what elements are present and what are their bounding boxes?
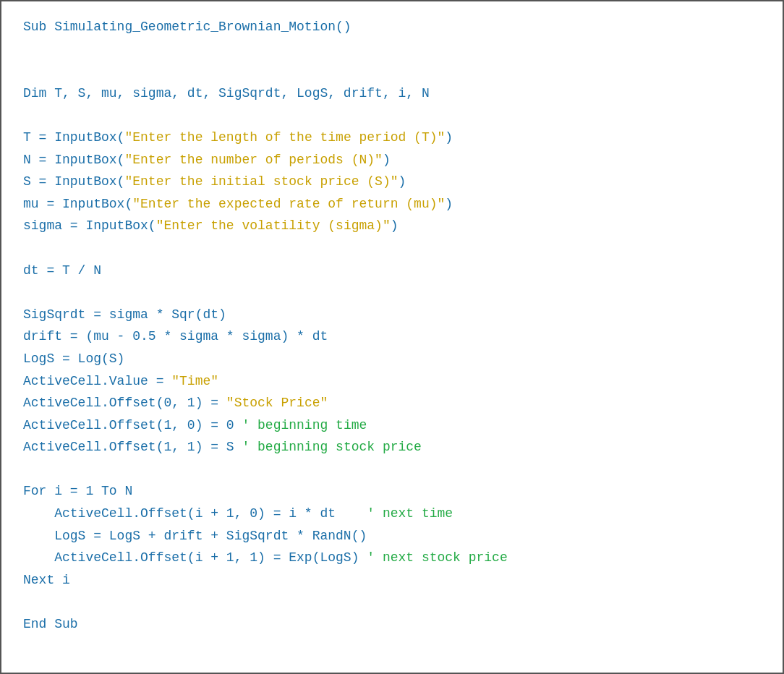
code-token-str: "Stock Price" (226, 396, 328, 410)
code-line: sigma = InputBox("Enter the volatility (… (23, 215, 761, 237)
code-line: ActiveCell.Offset(1, 1) = S ' beginning … (23, 436, 761, 458)
code-line: mu = InputBox("Enter the expected rate o… (23, 193, 761, 216)
code-container: Sub Simulating_Geometric_Brownian_Motion… (0, 0, 784, 674)
code-token-comment: ' next time (367, 506, 453, 521)
code-token-str: "Enter the volatility (sigma)" (156, 218, 391, 233)
code-line: ActiveCell.Offset(i + 1, 0) = i * dt ' n… (23, 503, 761, 525)
code-line (23, 237, 761, 260)
code-line: ActiveCell.Offset(0, 1) = "Stock Price" (23, 392, 761, 414)
code-token-kw: S = InputBox( (23, 174, 124, 189)
code-token-kw: SigSqrdt = sigma * Sqr(dt) (23, 307, 226, 322)
code-token-comment: ' next stock price (367, 550, 507, 565)
code-token-comment: ' beginning time (242, 418, 367, 432)
code-token-kw: LogS = LogS + drift + SigSqrdt * RandN() (23, 529, 367, 543)
code-token-kw: For i = 1 To N (23, 484, 132, 498)
code-token-str: "Enter the initial stock price (S)" (124, 174, 398, 189)
code-token-kw: sigma = InputBox( (23, 218, 156, 233)
code-line: Sub Simulating_Geometric_Brownian_Motion… (23, 16, 761, 38)
code-line (23, 458, 761, 481)
code-line: Dim T, S, mu, sigma, dt, SigSqrdt, LogS,… (23, 82, 761, 105)
code-line: LogS = Log(S) (23, 348, 761, 370)
code-line: SigSqrdt = sigma * Sqr(dt) (23, 304, 761, 326)
code-line: ActiveCell.Value = "Time" (23, 370, 761, 393)
code-token-kw: dt = T / N (23, 263, 101, 278)
code-token-kw: ActiveCell.Offset(i + 1, 0) = i * dt (23, 506, 367, 521)
code-line (23, 281, 761, 304)
code-token-kw: ActiveCell.Offset(0, 1) = (23, 396, 226, 410)
code-token-kw: drift = (mu - 0.5 * sigma * sigma) * dt (23, 329, 328, 344)
code-line: drift = (mu - 0.5 * sigma * sigma) * dt (23, 325, 761, 348)
code-line (23, 38, 761, 61)
code-token-str: "Enter the length of the time period (T)… (124, 130, 445, 145)
code-token-str: "Enter the number of periods (N)" (124, 153, 382, 167)
code-line (23, 104, 761, 127)
code-token-str: "Time" (171, 374, 218, 388)
code-line: For i = 1 To N (23, 480, 761, 503)
code-line: ActiveCell.Offset(i + 1, 1) = Exp(LogS) … (23, 547, 761, 569)
code-token-str: "Enter the expected rate of return (mu)" (132, 197, 445, 211)
code-token-kw: ActiveCell.Offset(1, 1) = S (23, 440, 242, 454)
code-line: dt = T / N (23, 260, 761, 282)
code-line: N = InputBox("Enter the number of period… (23, 149, 761, 171)
code-token-kw: End Sub (23, 617, 78, 631)
code-token-kw: Sub Simulating_Geometric_Brownian_Motion… (23, 20, 351, 34)
code-token-kw: ActiveCell.Offset(1, 0) = 0 (23, 418, 242, 432)
code-line (23, 591, 761, 613)
code-token-comment: ' beginning stock price (242, 440, 421, 454)
code-token-kw: Dim T, S, mu, sigma, dt, SigSqrdt, LogS,… (23, 86, 430, 101)
code-line (23, 60, 761, 82)
code-line: ActiveCell.Offset(1, 0) = 0 ' beginning … (23, 414, 761, 437)
code-line: LogS = LogS + drift + SigSqrdt * RandN() (23, 525, 761, 547)
code-token-kw: N = InputBox( (23, 153, 124, 167)
code-line: T = InputBox("Enter the length of the ti… (23, 127, 761, 149)
code-token-kw: ActiveCell.Value = (23, 374, 171, 388)
code-line: S = InputBox("Enter the initial stock pr… (23, 171, 761, 193)
code-token-kw: ) (445, 197, 453, 211)
code-token-kw: T = InputBox( (23, 130, 124, 145)
code-token-kw: ) (445, 130, 453, 145)
code-line: Next i (23, 569, 761, 592)
code-token-kw: Next i (23, 573, 70, 587)
code-token-kw: LogS = Log(S) (23, 351, 124, 366)
code-block: Sub Simulating_Geometric_Brownian_Motion… (23, 16, 761, 636)
code-token-kw: mu = InputBox( (23, 197, 132, 211)
code-token-kw: ) (383, 153, 391, 167)
code-line: End Sub (23, 613, 761, 636)
code-token-kw: ActiveCell.Offset(i + 1, 1) = Exp(LogS) (23, 550, 367, 565)
code-token-kw: ) (391, 218, 399, 233)
code-token-kw: ) (399, 174, 406, 189)
